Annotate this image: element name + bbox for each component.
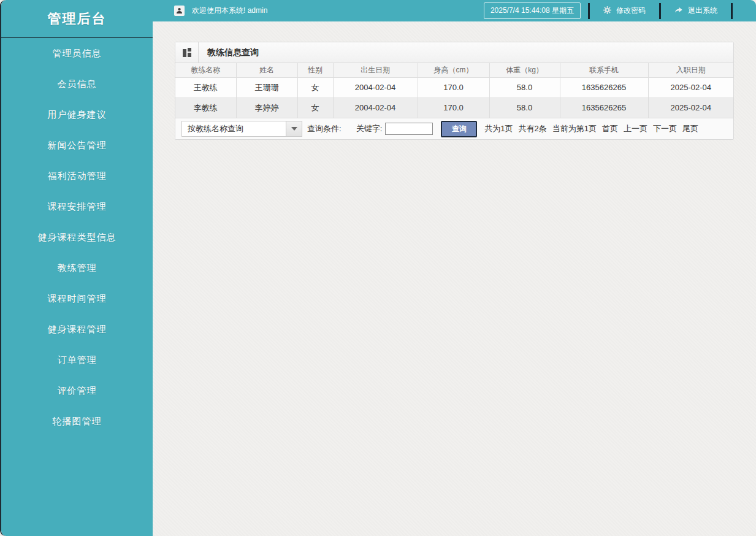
sidebar-item-9[interactable]: 健身课程管理 [1,314,153,345]
topbar-welcome-area: 欢迎使用本系统! admin [174,6,267,16]
sidebar-item-4[interactable]: 福利活动管理 [1,161,153,191]
caret-down-icon [291,127,297,131]
app-title: 管理后台 [1,0,153,38]
table-cell-0-4: 170.0 [418,77,489,98]
table-cell-0-0: 王教练 [175,77,236,98]
query-type-select[interactable]: 按教练名称查询 [181,121,302,137]
column-header-3: 出生日期 [333,63,418,77]
next-page-link[interactable]: 下一页 [653,123,677,134]
table-cell-0-3: 2004-02-04 [333,77,418,98]
table-cell-1-6: 1635626265 [560,98,648,118]
coach-table: 教练名称姓名性别出生日期身高（cm）体重（kg）联系手机入职日期 王教练王珊珊女… [175,63,733,118]
topbar: 欢迎使用本系统! admin 2025/7/4 15:44:08 星期五 [153,0,756,21]
sidebar-item-10[interactable]: 订单管理 [1,345,153,375]
logout-arrow-icon [674,6,683,15]
table-row-1: 李教练李婷婷女2004-02-04170.058.016356262652025… [175,98,733,118]
user-icon [174,6,185,16]
column-header-6: 联系手机 [560,63,648,77]
change-password-button[interactable]: 修改密码 [590,0,659,21]
sidebar-item-1[interactable]: 会员信息 [1,69,153,99]
current-page-text: 当前为第1页 [552,123,597,134]
table-cell-0-2: 女 [297,77,333,98]
topbar-end-spacer [733,0,756,21]
table-cell-1-0: 李教练 [175,98,236,118]
column-header-7: 入职日期 [648,63,733,77]
condition-label: 查询条件: [307,123,342,134]
change-password-label: 修改密码 [616,6,646,16]
keyword-label: 关键字: [356,123,383,134]
table-cell-0-5: 58.0 [489,77,560,98]
column-header-0: 教练名称 [175,63,236,77]
total-records-text: 共有2条 [518,123,546,134]
panel-header: 教练信息查询 [175,42,733,63]
sidebar-item-3[interactable]: 新闻公告管理 [1,130,153,161]
table-cell-0-6: 1635626265 [560,77,648,98]
sidebar-item-5[interactable]: 课程安排管理 [1,191,153,222]
coach-query-panel: 教练信息查询 教练名称姓名性别出生日期身高（cm）体重（kg）联系手机入职日期 … [175,42,734,140]
column-header-1: 姓名 [236,63,297,77]
panel-grid-icon [175,42,199,63]
table-row-0: 王教练王珊珊女2004-02-04170.058.016356262652025… [175,77,733,98]
sidebar-item-6[interactable]: 健身课程类型信息 [1,222,153,253]
table-cell-1-5: 58.0 [489,98,560,118]
first-page-link[interactable]: 首页 [602,123,618,134]
panel-title: 教练信息查询 [199,42,259,63]
sidebar-menu: 管理员信息会员信息用户健身建议新闻公告管理福利活动管理课程安排管理健身课程类型信… [1,38,153,437]
main-content: 教练信息查询 教练名称姓名性别出生日期身高（cm）体重（kg）联系手机入职日期 … [153,21,756,536]
welcome-text: 欢迎使用本系统! admin [192,6,267,16]
app-window: 管理后台 管理员信息会员信息用户健身建议新闻公告管理福利活动管理课程安排管理健身… [0,0,756,536]
table-cell-0-1: 王珊珊 [236,77,297,98]
query-type-selected-value: 按教练名称查询 [182,121,286,136]
sidebar-item-11[interactable]: 评价管理 [1,375,153,406]
last-page-link[interactable]: 尾页 [682,123,698,134]
sidebar: 管理后台 管理员信息会员信息用户健身建议新闻公告管理福利活动管理课程安排管理健身… [1,0,153,536]
table-header-row: 教练名称姓名性别出生日期身高（cm）体重（kg）联系手机入职日期 [175,63,733,77]
column-header-2: 性别 [297,63,333,77]
datetime: 2025/7/4 15:44:08 星期五 [484,2,581,19]
table-cell-0-7: 2025-02-04 [648,77,733,98]
coach-table-head: 教练名称姓名性别出生日期身高（cm）体重（kg）联系手机入职日期 [175,63,733,77]
pagination: 共为1页 共有2条 当前为第1页 首页 上一页 下一页 尾页 [484,123,698,134]
prev-page-link[interactable]: 上一页 [624,123,647,134]
table-cell-1-1: 李婷婷 [236,98,297,118]
gear-icon [603,6,611,16]
table-cell-1-2: 女 [297,98,333,118]
coach-table-body: 王教练王珊珊女2004-02-04170.058.016356262652025… [175,77,733,118]
sidebar-item-8[interactable]: 课程时间管理 [1,283,153,314]
search-button[interactable]: 查询 [441,121,477,137]
table-cell-1-3: 2004-02-04 [333,98,418,118]
total-pages-text: 共为1页 [484,123,513,134]
dropdown-arrow-icon[interactable] [286,121,302,136]
table-cell-1-4: 170.0 [418,98,489,118]
query-bar: 按教练名称查询 查询条件: 关键字: 查询 共为1页 共有2条 当前为第1页 首… [175,118,733,139]
topbar-actions: 2025/7/4 15:44:08 星期五 [484,0,756,21]
sidebar-item-2[interactable]: 用户健身建议 [1,99,153,130]
table-cell-1-7: 2025-02-04 [648,98,733,118]
sidebar-item-12[interactable]: 轮播图管理 [1,406,153,437]
sidebar-item-0[interactable]: 管理员信息 [1,38,153,69]
logout-label: 退出系统 [688,6,717,16]
column-header-4: 身高（cm） [418,63,489,77]
column-header-5: 体重（kg） [489,63,560,77]
keyword-input[interactable] [385,123,433,135]
logout-button[interactable]: 退出系统 [661,0,731,21]
sidebar-item-7[interactable]: 教练管理 [1,253,153,283]
